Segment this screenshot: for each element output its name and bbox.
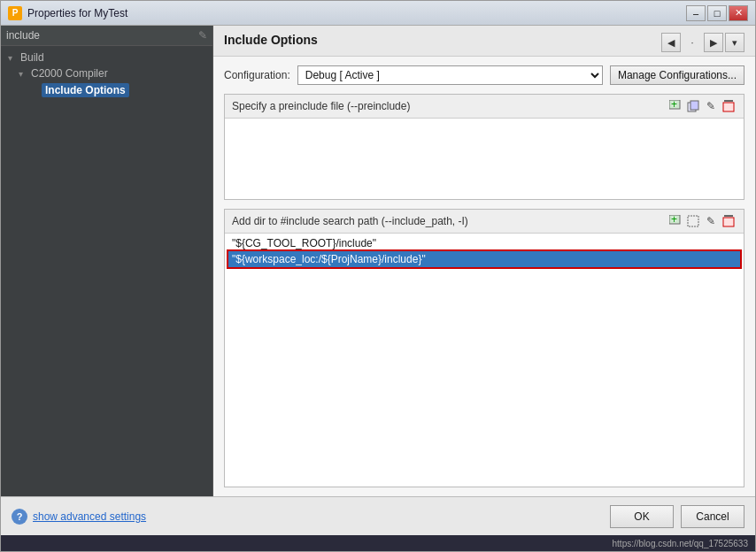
minimize-button[interactable]: – bbox=[686, 5, 706, 21]
preinclude-content bbox=[225, 119, 744, 199]
preinclude-add-icon[interactable]: + bbox=[667, 98, 683, 114]
close-button[interactable]: ✕ bbox=[729, 5, 748, 21]
arrow-icon: ▾ bbox=[8, 53, 19, 63]
advanced-settings-link[interactable]: show advanced settings bbox=[33, 510, 146, 523]
bottom-bar: ? show advanced settings OK Cancel bbox=[1, 496, 755, 535]
include-edit-icon[interactable]: ✎ bbox=[703, 213, 719, 229]
include-select-all-icon[interactable] bbox=[685, 213, 701, 229]
preinclude-section: Specify a preinclude file (--preinclude)… bbox=[224, 94, 744, 200]
config-label: Configuration: bbox=[224, 69, 290, 81]
preinclude-icons: + ✎ bbox=[667, 98, 737, 114]
include-delete-icon[interactable] bbox=[721, 213, 737, 229]
include-path-section: Add dir to #include search path (--inclu… bbox=[224, 209, 744, 487]
window-controls: – □ ✕ bbox=[686, 5, 748, 21]
svg-rect-3 bbox=[690, 101, 698, 110]
svg-rect-10 bbox=[723, 218, 734, 226]
tree-item-label: Build bbox=[20, 51, 44, 64]
restore-button[interactable]: □ bbox=[707, 5, 727, 21]
nav-back-button[interactable]: ◀ bbox=[661, 33, 681, 52]
include-path-icons: + ✎ bbox=[667, 213, 737, 229]
panel-title: Include Options bbox=[224, 33, 318, 47]
bottom-left: ? show advanced settings bbox=[12, 509, 146, 525]
preinclude-edit-icon[interactable]: ✎ bbox=[703, 98, 719, 114]
nav-forward-button[interactable]: ▶ bbox=[704, 33, 723, 52]
preinclude-label: Specify a preinclude file (--preinclude) bbox=[232, 100, 410, 112]
nav-dropdown-button[interactable]: ▾ bbox=[725, 33, 744, 52]
svg-text:+: + bbox=[671, 100, 677, 111]
panel-header: Include Options ◀ · ▶ ▾ bbox=[213, 26, 755, 57]
title-bar: P Properties for MyTest – □ ✕ bbox=[1, 1, 755, 26]
search-input[interactable] bbox=[6, 29, 195, 42]
left-panel: ✎ ▾ Build ▾ C2000 Compiler Include Optio… bbox=[1, 26, 213, 496]
path-item-0[interactable]: "${CG_TOOL_ROOT}/include" bbox=[228, 235, 740, 251]
include-path-header: Add dir to #include search path (--inclu… bbox=[225, 210, 744, 234]
include-path-content: "${CG_TOOL_ROOT}/include" "${workspace_l… bbox=[225, 234, 744, 487]
preinclude-header: Specify a preinclude file (--preinclude)… bbox=[225, 95, 744, 119]
tree-item-c2000-compiler[interactable]: ▾ C2000 Compiler bbox=[1, 65, 212, 81]
tree-item-include-options[interactable]: Include Options bbox=[1, 81, 212, 99]
main-content: ✎ ▾ Build ▾ C2000 Compiler Include Optio… bbox=[1, 26, 755, 496]
include-path-label: Add dir to #include search path (--inclu… bbox=[232, 215, 468, 227]
window-title: Properties for MyTest bbox=[27, 7, 686, 19]
panel-body: Configuration: Debug [ Active ] Release … bbox=[213, 57, 755, 496]
tree-item-label: C2000 Compiler bbox=[31, 67, 108, 80]
status-bar: https://blog.csdn.net/qq_17525633 bbox=[1, 535, 755, 551]
tree-item-label: Include Options bbox=[42, 83, 129, 97]
arrow-icon: ▾ bbox=[19, 69, 29, 79]
tree-item-build[interactable]: ▾ Build bbox=[1, 50, 212, 65]
include-add-icon[interactable]: + bbox=[667, 213, 683, 229]
include-path-list: "${CG_TOOL_ROOT}/include" "${workspace_l… bbox=[225, 234, 744, 269]
preinclude-delete-icon[interactable] bbox=[721, 98, 737, 114]
bottom-right: OK Cancel bbox=[610, 505, 744, 528]
preinclude-copy-icon[interactable] bbox=[685, 98, 701, 114]
status-url: https://blog.csdn.net/qq_17525633 bbox=[613, 539, 748, 548]
right-panel: Include Options ◀ · ▶ ▾ Configuration: D… bbox=[213, 26, 755, 496]
nav-separator: · bbox=[683, 33, 702, 52]
tree-area: ▾ Build ▾ C2000 Compiler Include Options bbox=[1, 46, 212, 496]
help-icon[interactable]: ? bbox=[12, 509, 27, 525]
manage-configurations-button[interactable]: Manage Configurations... bbox=[610, 65, 744, 85]
svg-rect-9 bbox=[688, 216, 698, 226]
cancel-button[interactable]: Cancel bbox=[681, 505, 744, 528]
config-select[interactable]: Debug [ Active ] Release bbox=[297, 65, 603, 85]
path-item-1[interactable]: "${workspace_loc:/${ProjName}/include}" bbox=[228, 251, 740, 267]
toolbar-icons: ◀ · ▶ ▾ bbox=[661, 33, 744, 52]
search-edit-icon[interactable]: ✎ bbox=[198, 29, 207, 42]
window-icon: P bbox=[8, 6, 22, 20]
svg-text:+: + bbox=[671, 215, 677, 226]
arrow-icon bbox=[29, 86, 40, 96]
config-row: Configuration: Debug [ Active ] Release … bbox=[224, 65, 744, 85]
ok-button[interactable]: OK bbox=[610, 505, 674, 528]
svg-rect-4 bbox=[723, 103, 734, 111]
search-bar: ✎ bbox=[1, 26, 212, 46]
main-window: P Properties for MyTest – □ ✕ ✎ ▾ Build … bbox=[0, 0, 756, 552]
